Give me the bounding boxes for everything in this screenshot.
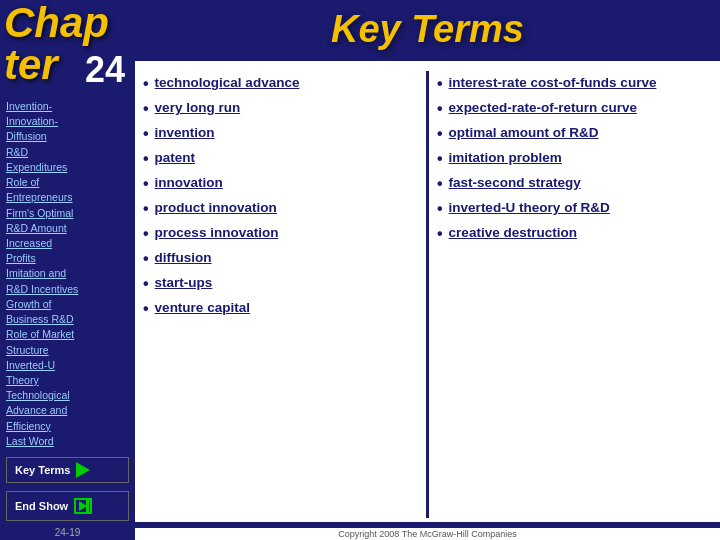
main-content: Key Terms • technological advance • very… (135, 0, 720, 540)
list-item: • imitation problem (437, 146, 712, 171)
term-text: innovation (155, 174, 223, 192)
nav-link-rd[interactable]: R&D (6, 145, 129, 160)
bullet-icon: • (143, 150, 149, 168)
bullet-icon: • (143, 300, 149, 318)
term-text: product innovation (155, 199, 277, 217)
bullet-icon: • (437, 225, 443, 243)
nav-link-rd-amount[interactable]: R&D Amount (6, 221, 129, 236)
list-item: • product innovation (143, 196, 418, 221)
list-item: • inverted-U theory of R&D (437, 196, 712, 221)
nav-link-diffusion[interactable]: Diffusion (6, 129, 129, 144)
list-item: • optimal amount of R&D (437, 121, 712, 146)
end-show-icon (74, 498, 92, 514)
list-item: • interest-rate cost-of-funds curve (437, 71, 712, 96)
term-text: interest-rate cost-of-funds curve (449, 74, 657, 92)
list-item: • process innovation (143, 221, 418, 246)
nav-link-growth[interactable]: Growth of (6, 297, 129, 312)
nav-link-market-structure[interactable]: Role of Market (6, 327, 129, 342)
end-show-button[interactable]: End Show (6, 491, 129, 521)
nav-link-tech-advance[interactable]: Technological (6, 388, 129, 403)
nav-link-inverted-u[interactable]: Inverted-U (6, 358, 129, 373)
bullet-icon: • (143, 200, 149, 218)
play-icon (76, 462, 90, 478)
terms-content: • technological advance • very long run … (135, 61, 720, 522)
column-divider (426, 71, 429, 518)
bullet-icon: • (143, 100, 149, 118)
bullet-icon: • (143, 175, 149, 193)
nav-link-theory[interactable]: Theory (6, 373, 129, 388)
term-text: invention (155, 124, 215, 142)
term-text: expected-rate-of-return curve (449, 99, 637, 117)
nav-link-innovation[interactable]: Innovation- (6, 114, 129, 129)
list-item: • patent (143, 146, 418, 171)
list-item: • fast-second strategy (437, 171, 712, 196)
bullet-icon: • (143, 125, 149, 143)
bullet-icon: • (437, 125, 443, 143)
term-text: inverted-U theory of R&D (449, 199, 610, 217)
nav-link-increased[interactable]: Increased (6, 236, 129, 251)
nav-links: Invention- Innovation- Diffusion R&D Exp… (0, 95, 135, 453)
nav-link-role-of[interactable]: Role of (6, 175, 129, 190)
term-text: process innovation (155, 224, 279, 242)
bullet-icon: • (143, 250, 149, 268)
list-item: • expected-rate-of-return curve (437, 96, 712, 121)
bullet-icon: • (437, 200, 443, 218)
list-item: • diffusion (143, 246, 418, 271)
nav-link-imitation[interactable]: Imitation and (6, 266, 129, 281)
bullet-icon: • (437, 75, 443, 93)
nav-link-expenditures[interactable]: Expenditures (6, 160, 129, 175)
nav-link-entrepreneurs[interactable]: Entrepreneurs (6, 190, 129, 205)
chapter-logo: Chapter 24 (0, 0, 135, 95)
nav-link-advance-efficiency[interactable]: Advance and (6, 403, 129, 418)
end-show-label: End Show (15, 500, 68, 512)
nav-link-business-rd[interactable]: Business R&D (6, 312, 129, 327)
nav-link-efficiency[interactable]: Efficiency (6, 419, 129, 434)
term-text: venture capital (155, 299, 250, 317)
bullet-icon: • (143, 75, 149, 93)
bullet-icon: • (143, 225, 149, 243)
list-item: • venture capital (143, 296, 418, 321)
list-item: • innovation (143, 171, 418, 196)
term-text: optimal amount of R&D (449, 124, 599, 142)
chapter-number: 24 (85, 49, 125, 91)
list-item: • very long run (143, 96, 418, 121)
key-terms-label: Key Terms (15, 464, 70, 476)
page-header: Key Terms (135, 0, 720, 61)
bullet-icon: • (437, 175, 443, 193)
nav-link-firms-optimal[interactable]: Firm's Optimal (6, 206, 129, 221)
term-text: very long run (155, 99, 241, 117)
nav-link-last-word[interactable]: Last Word (6, 434, 129, 449)
bullet-icon: • (437, 150, 443, 168)
right-column: • interest-rate cost-of-funds curve • ex… (437, 71, 712, 518)
key-terms-button[interactable]: Key Terms (6, 457, 129, 483)
list-item: • start-ups (143, 271, 418, 296)
term-text: imitation problem (449, 149, 562, 167)
list-item: • invention (143, 121, 418, 146)
page-number: 24-19 (0, 525, 135, 540)
list-item: • technological advance (143, 71, 418, 96)
term-text: diffusion (155, 249, 212, 267)
bullet-icon: • (437, 100, 443, 118)
term-text: patent (155, 149, 196, 167)
term-text: start-ups (155, 274, 213, 292)
nav-link-structure[interactable]: Structure (6, 343, 129, 358)
list-item: • creative destruction (437, 221, 712, 246)
term-text: creative destruction (449, 224, 577, 242)
term-text: technological advance (155, 74, 300, 92)
left-column: • technological advance • very long run … (143, 71, 418, 518)
sidebar: Chapter 24 Invention- Innovation- Diffus… (0, 0, 135, 540)
nav-link-profits[interactable]: Profits (6, 251, 129, 266)
nav-link-invention[interactable]: Invention- (6, 99, 129, 114)
bullet-icon: • (143, 275, 149, 293)
page-title: Key Terms (151, 8, 704, 51)
nav-link-rd-incentives[interactable]: R&D Incentives (6, 282, 129, 297)
term-text: fast-second strategy (449, 174, 581, 192)
copyright-text: Copyright 2008 The McGraw-Hill Companies (135, 528, 720, 540)
